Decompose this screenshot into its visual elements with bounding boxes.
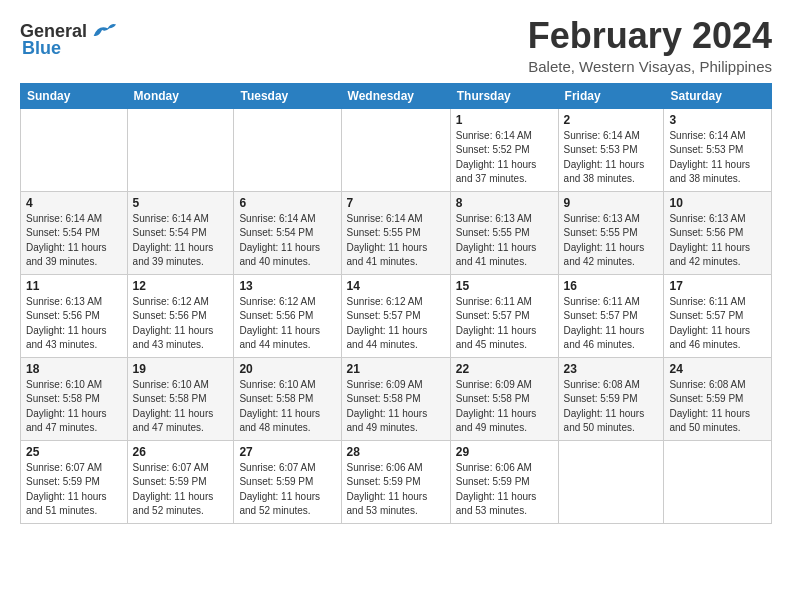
calendar-week-row: 18Sunrise: 6:10 AMSunset: 5:58 PMDayligh…	[21, 357, 772, 440]
calendar-week-row: 1Sunrise: 6:14 AMSunset: 5:52 PMDaylight…	[21, 108, 772, 191]
location-title: Balete, Western Visayas, Philippines	[528, 58, 772, 75]
calendar-cell: 3Sunrise: 6:14 AMSunset: 5:53 PMDaylight…	[664, 108, 772, 191]
day-number: 4	[26, 196, 122, 210]
calendar-cell: 18Sunrise: 6:10 AMSunset: 5:58 PMDayligh…	[21, 357, 128, 440]
month-title: February 2024	[528, 16, 772, 56]
calendar-cell: 13Sunrise: 6:12 AMSunset: 5:56 PMDayligh…	[234, 274, 341, 357]
calendar-header-row: SundayMondayTuesdayWednesdayThursdayFrid…	[21, 83, 772, 108]
calendar-cell: 15Sunrise: 6:11 AMSunset: 5:57 PMDayligh…	[450, 274, 558, 357]
day-info: Sunrise: 6:14 AMSunset: 5:53 PMDaylight:…	[564, 129, 659, 187]
calendar-cell: 27Sunrise: 6:07 AMSunset: 5:59 PMDayligh…	[234, 440, 341, 523]
calendar-cell: 5Sunrise: 6:14 AMSunset: 5:54 PMDaylight…	[127, 191, 234, 274]
day-info: Sunrise: 6:14 AMSunset: 5:53 PMDaylight:…	[669, 129, 766, 187]
weekday-header-friday: Friday	[558, 83, 664, 108]
calendar-cell	[127, 108, 234, 191]
day-info: Sunrise: 6:08 AMSunset: 5:59 PMDaylight:…	[564, 378, 659, 436]
day-info: Sunrise: 6:14 AMSunset: 5:54 PMDaylight:…	[133, 212, 229, 270]
day-number: 15	[456, 279, 553, 293]
weekday-header-monday: Monday	[127, 83, 234, 108]
title-block: February 2024 Balete, Western Visayas, P…	[528, 16, 772, 75]
day-number: 25	[26, 445, 122, 459]
day-info: Sunrise: 6:14 AMSunset: 5:55 PMDaylight:…	[347, 212, 445, 270]
day-info: Sunrise: 6:08 AMSunset: 5:59 PMDaylight:…	[669, 378, 766, 436]
weekday-header-wednesday: Wednesday	[341, 83, 450, 108]
day-info: Sunrise: 6:14 AMSunset: 5:52 PMDaylight:…	[456, 129, 553, 187]
day-number: 26	[133, 445, 229, 459]
day-number: 10	[669, 196, 766, 210]
day-info: Sunrise: 6:12 AMSunset: 5:57 PMDaylight:…	[347, 295, 445, 353]
calendar-week-row: 25Sunrise: 6:07 AMSunset: 5:59 PMDayligh…	[21, 440, 772, 523]
calendar-table: SundayMondayTuesdayWednesdayThursdayFrid…	[20, 83, 772, 524]
calendar-cell	[341, 108, 450, 191]
day-number: 17	[669, 279, 766, 293]
calendar-cell: 16Sunrise: 6:11 AMSunset: 5:57 PMDayligh…	[558, 274, 664, 357]
calendar-cell: 26Sunrise: 6:07 AMSunset: 5:59 PMDayligh…	[127, 440, 234, 523]
day-info: Sunrise: 6:13 AMSunset: 5:56 PMDaylight:…	[26, 295, 122, 353]
weekday-header-tuesday: Tuesday	[234, 83, 341, 108]
day-number: 2	[564, 113, 659, 127]
day-info: Sunrise: 6:13 AMSunset: 5:56 PMDaylight:…	[669, 212, 766, 270]
day-number: 29	[456, 445, 553, 459]
calendar-cell: 6Sunrise: 6:14 AMSunset: 5:54 PMDaylight…	[234, 191, 341, 274]
day-info: Sunrise: 6:10 AMSunset: 5:58 PMDaylight:…	[26, 378, 122, 436]
day-info: Sunrise: 6:14 AMSunset: 5:54 PMDaylight:…	[239, 212, 335, 270]
day-info: Sunrise: 6:06 AMSunset: 5:59 PMDaylight:…	[456, 461, 553, 519]
day-number: 24	[669, 362, 766, 376]
day-number: 7	[347, 196, 445, 210]
logo-bird-icon	[89, 20, 117, 42]
day-info: Sunrise: 6:12 AMSunset: 5:56 PMDaylight:…	[239, 295, 335, 353]
page-header: General Blue February 2024 Balete, Weste…	[20, 16, 772, 75]
day-number: 20	[239, 362, 335, 376]
calendar-cell: 23Sunrise: 6:08 AMSunset: 5:59 PMDayligh…	[558, 357, 664, 440]
day-number: 27	[239, 445, 335, 459]
day-number: 1	[456, 113, 553, 127]
calendar-cell: 21Sunrise: 6:09 AMSunset: 5:58 PMDayligh…	[341, 357, 450, 440]
calendar-week-row: 4Sunrise: 6:14 AMSunset: 5:54 PMDaylight…	[21, 191, 772, 274]
day-info: Sunrise: 6:09 AMSunset: 5:58 PMDaylight:…	[456, 378, 553, 436]
day-number: 13	[239, 279, 335, 293]
day-number: 12	[133, 279, 229, 293]
calendar-cell: 17Sunrise: 6:11 AMSunset: 5:57 PMDayligh…	[664, 274, 772, 357]
calendar-cell: 25Sunrise: 6:07 AMSunset: 5:59 PMDayligh…	[21, 440, 128, 523]
calendar-cell: 8Sunrise: 6:13 AMSunset: 5:55 PMDaylight…	[450, 191, 558, 274]
day-number: 9	[564, 196, 659, 210]
logo-blue-text: Blue	[22, 38, 61, 59]
day-number: 8	[456, 196, 553, 210]
calendar-cell: 2Sunrise: 6:14 AMSunset: 5:53 PMDaylight…	[558, 108, 664, 191]
day-info: Sunrise: 6:10 AMSunset: 5:58 PMDaylight:…	[133, 378, 229, 436]
calendar-cell: 1Sunrise: 6:14 AMSunset: 5:52 PMDaylight…	[450, 108, 558, 191]
day-number: 18	[26, 362, 122, 376]
day-info: Sunrise: 6:12 AMSunset: 5:56 PMDaylight:…	[133, 295, 229, 353]
day-number: 19	[133, 362, 229, 376]
day-info: Sunrise: 6:11 AMSunset: 5:57 PMDaylight:…	[564, 295, 659, 353]
calendar-cell	[558, 440, 664, 523]
calendar-cell: 12Sunrise: 6:12 AMSunset: 5:56 PMDayligh…	[127, 274, 234, 357]
calendar-week-row: 11Sunrise: 6:13 AMSunset: 5:56 PMDayligh…	[21, 274, 772, 357]
calendar-cell: 14Sunrise: 6:12 AMSunset: 5:57 PMDayligh…	[341, 274, 450, 357]
day-number: 16	[564, 279, 659, 293]
day-info: Sunrise: 6:13 AMSunset: 5:55 PMDaylight:…	[456, 212, 553, 270]
day-info: Sunrise: 6:07 AMSunset: 5:59 PMDaylight:…	[239, 461, 335, 519]
weekday-header-sunday: Sunday	[21, 83, 128, 108]
calendar-cell: 4Sunrise: 6:14 AMSunset: 5:54 PMDaylight…	[21, 191, 128, 274]
weekday-header-thursday: Thursday	[450, 83, 558, 108]
day-info: Sunrise: 6:10 AMSunset: 5:58 PMDaylight:…	[239, 378, 335, 436]
calendar-cell	[21, 108, 128, 191]
calendar-cell: 28Sunrise: 6:06 AMSunset: 5:59 PMDayligh…	[341, 440, 450, 523]
calendar-cell: 22Sunrise: 6:09 AMSunset: 5:58 PMDayligh…	[450, 357, 558, 440]
day-info: Sunrise: 6:06 AMSunset: 5:59 PMDaylight:…	[347, 461, 445, 519]
day-number: 21	[347, 362, 445, 376]
day-number: 28	[347, 445, 445, 459]
calendar-cell	[664, 440, 772, 523]
calendar-cell: 10Sunrise: 6:13 AMSunset: 5:56 PMDayligh…	[664, 191, 772, 274]
day-number: 22	[456, 362, 553, 376]
day-number: 14	[347, 279, 445, 293]
day-info: Sunrise: 6:14 AMSunset: 5:54 PMDaylight:…	[26, 212, 122, 270]
day-info: Sunrise: 6:07 AMSunset: 5:59 PMDaylight:…	[26, 461, 122, 519]
day-number: 3	[669, 113, 766, 127]
calendar-cell: 19Sunrise: 6:10 AMSunset: 5:58 PMDayligh…	[127, 357, 234, 440]
calendar-cell: 9Sunrise: 6:13 AMSunset: 5:55 PMDaylight…	[558, 191, 664, 274]
day-number: 23	[564, 362, 659, 376]
calendar-cell: 20Sunrise: 6:10 AMSunset: 5:58 PMDayligh…	[234, 357, 341, 440]
calendar-cell: 24Sunrise: 6:08 AMSunset: 5:59 PMDayligh…	[664, 357, 772, 440]
